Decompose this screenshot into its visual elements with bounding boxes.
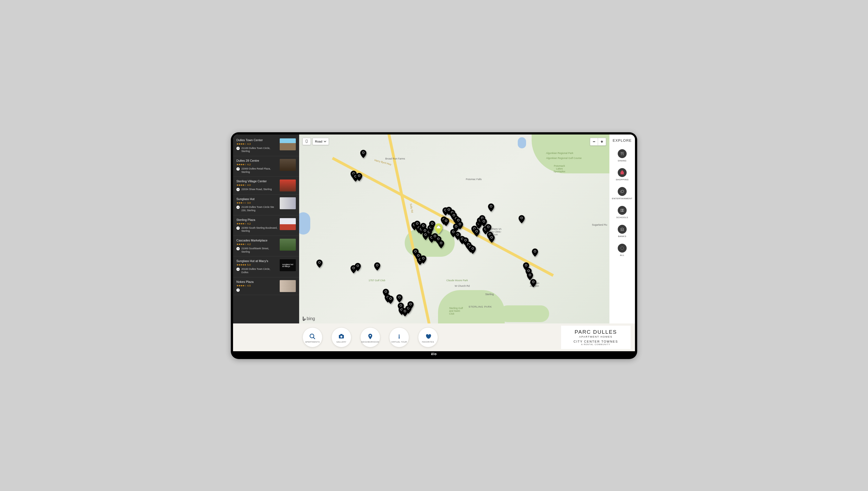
location-icon	[236, 188, 240, 191]
category-dining[interactable]: DINING	[618, 149, 627, 162]
nav-label: VIRTUAL TOUR	[391, 341, 407, 343]
svg-rect-35	[400, 305, 402, 306]
poi-name: Sunglass Hut at Macy's	[236, 259, 277, 263]
map-pin[interactable]	[485, 224, 491, 232]
svg-rect-63	[431, 223, 433, 224]
schools-icon	[618, 206, 627, 215]
svg-rect-53	[422, 225, 424, 227]
map-container[interactable]: Broad Run Farms Potomac Falls Sterling S…	[299, 135, 609, 323]
poi-rating: ★★★★☆ 4.5	[236, 284, 277, 287]
category-all[interactable]: ALL	[618, 244, 627, 257]
map-pin[interactable]	[387, 296, 394, 304]
svg-rect-29	[390, 298, 391, 299]
poi-address: 21100 Dulles Town Circle Ste 230, Sterli…	[241, 206, 277, 212]
poi-address: 22034 Shaw Road, Sterling	[241, 188, 272, 191]
poi-item[interactable]: Nokes Plaza ★★★★☆ 4.5	[233, 277, 299, 295]
poi-item[interactable]: Dulles Town Center ★★★★☆ 4.3 21100 Dulle…	[233, 136, 299, 156]
svg-rect-137	[521, 218, 522, 219]
svg-point-9	[306, 143, 307, 143]
map-pin[interactable]	[488, 203, 494, 212]
svg-rect-8	[306, 140, 307, 143]
svg-rect-31	[377, 265, 378, 266]
nav-label: FAVORITES	[422, 341, 434, 343]
svg-point-4	[238, 227, 239, 228]
poi-item[interactable]: Dulles 28 Centre ★★★★☆ 4.2 22000 Dulles …	[233, 156, 299, 177]
rating-value: 4.2	[247, 243, 251, 246]
location-icon	[236, 206, 240, 209]
map-controls-left: Road	[302, 138, 329, 145]
rating-value: 5.0	[247, 263, 251, 266]
poi-thumbnail	[280, 218, 296, 230]
map-pin[interactable]	[360, 150, 366, 158]
poi-item[interactable]: Sterling Plaza ★★★★☆ 4.2 22350 South Ste…	[233, 215, 299, 236]
map-pin[interactable]	[488, 234, 495, 243]
nav-neighborhood[interactable]: NEIGHBORHOOD	[360, 327, 380, 347]
stars-icon: ★★★★★	[236, 263, 246, 266]
map-pin[interactable]	[374, 262, 380, 271]
nav-gallery[interactable]: GALLERY	[331, 327, 351, 347]
poi-item[interactable]: Sunglass Hut at Macy's ★★★★★ 5.0 20160 D…	[233, 257, 299, 277]
nav-favorites[interactable]: FAVORITES	[418, 327, 438, 347]
svg-point-1	[238, 168, 239, 169]
map-pin[interactable]	[420, 255, 426, 264]
svg-point-157	[398, 335, 400, 336]
poi-name: Nokes Plaza	[236, 280, 277, 283]
map-pin[interactable]	[355, 263, 361, 271]
device-frame: Dulles Town Center ★★★★☆ 4.3 21100 Dulle…	[231, 132, 637, 359]
category-shopping[interactable]: SHOPPING	[616, 168, 629, 181]
nav-virtual_tour[interactable]: VIRTUAL TOUR	[389, 327, 409, 347]
stars-icon: ★★★★☆	[236, 163, 246, 166]
map-pin[interactable]	[356, 173, 362, 181]
poi-rating: ★★★☆☆ 3.0	[236, 201, 277, 204]
poi-item[interactable]: Cascades Marketplace ★★★★☆ 4.2 21000 Sou…	[233, 236, 299, 257]
poi-address: 22000 Dulles Retail Plaza, Sterling	[241, 167, 277, 174]
poi-item[interactable]: Sunglass Hut ★★★☆☆ 3.0 21100 Dulles Town…	[233, 195, 299, 215]
svg-rect-69	[438, 238, 439, 239]
map-pin[interactable]	[530, 279, 536, 287]
explore-title: EXPLORE	[613, 138, 632, 143]
map-pin[interactable]	[408, 301, 414, 310]
map-pin[interactable]	[518, 215, 525, 223]
svg-rect-47	[416, 223, 418, 224]
nav-label: APARTMENTS	[305, 341, 320, 343]
category-label: BANKS	[618, 235, 626, 238]
poi-thumbnail: sunglass hutat Macys	[280, 259, 296, 271]
poi-rating: ★★★★☆ 4.0	[236, 184, 277, 186]
zoom-in-button[interactable]: +	[598, 138, 606, 145]
svg-rect-141	[528, 270, 530, 271]
svg-rect-55	[424, 230, 426, 231]
home-pin[interactable]	[435, 223, 443, 234]
map-pin[interactable]	[396, 294, 402, 302]
map-pin[interactable]	[438, 240, 444, 249]
poi-address: 21000 Southbank Street, Sterling	[241, 247, 277, 253]
stars-icon: ★★★★☆	[236, 243, 246, 246]
nav-label: GALLERY	[336, 341, 347, 343]
logo-line1: PARC DULLES	[575, 329, 617, 335]
map-pin[interactable]	[532, 249, 538, 257]
favorites-icon: FAVORITES	[418, 327, 438, 347]
map-pin[interactable]	[443, 218, 449, 226]
locate-button[interactable]	[302, 138, 311, 145]
map-pin[interactable]	[317, 260, 323, 268]
svg-rect-19	[319, 262, 320, 263]
svg-rect-17	[358, 175, 360, 176]
map-pin[interactable]	[470, 246, 476, 254]
svg-point-5	[238, 248, 239, 249]
map-pin[interactable]	[474, 228, 480, 237]
zoom-out-button[interactable]: −	[590, 138, 598, 145]
poi-sidebar[interactable]: Dulles Town Center ★★★★☆ 4.3 21100 Dulle…	[233, 135, 299, 323]
poi-address: 22350 South Sterling Boulevard, Sterling	[241, 227, 277, 233]
location-icon	[236, 268, 240, 271]
map-layer-select[interactable]: Road	[312, 138, 329, 145]
category-schools[interactable]: SCHOOLS	[616, 206, 628, 219]
nav-apartments[interactable]: APARTMENTS	[302, 327, 323, 347]
all-icon	[618, 244, 627, 253]
category-entertainment[interactable]: ENTERTAINMENT	[612, 187, 632, 200]
category-label: SHOPPING	[616, 178, 629, 181]
shopping-icon	[618, 168, 627, 177]
poi-item[interactable]: Sterling Village Center ★★★★☆ 4.0 22034 …	[233, 177, 299, 195]
category-banks[interactable]: BANKS	[618, 225, 627, 238]
location-icon	[236, 147, 240, 150]
logo-line2: APARTMENT HOMES	[579, 336, 612, 338]
entertainment-icon	[618, 187, 627, 196]
